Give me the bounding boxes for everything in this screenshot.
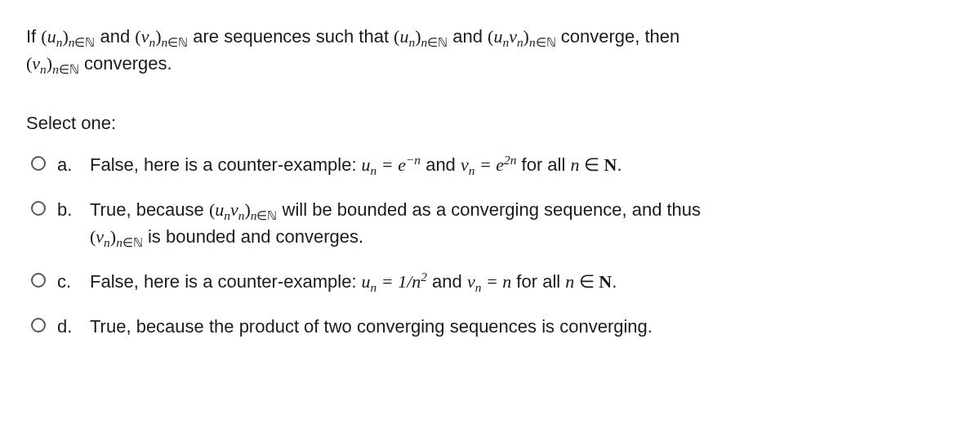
option-d[interactable]: d. True, because the product of two conv…: [31, 313, 954, 340]
text: will be bounded as a converging sequence…: [277, 199, 701, 220]
stem-text: converge, then: [556, 26, 680, 47]
option-body-b: True, because (unvn)n∈ℕ will be bounded …: [90, 196, 954, 250]
math-v-eq-c: vn = n: [467, 271, 511, 292]
text: False, here is a counter-example:: [90, 271, 362, 292]
text: .: [612, 271, 617, 292]
math-u-eq-c: un = 1/n2: [362, 271, 427, 292]
options-list: a. False, here is a counter-example: un …: [26, 151, 954, 340]
select-prompt: Select one:: [26, 109, 954, 136]
math-n-in-N: n ∈ N: [570, 154, 617, 175]
seq-v-1: (vn)n∈ℕ: [135, 26, 188, 47]
stem-text: and: [95, 26, 135, 47]
radio-c[interactable]: [31, 273, 46, 288]
option-body-d: True, because the product of two converg…: [90, 313, 954, 340]
option-c[interactable]: c. False, here is a counter-example: un …: [31, 268, 954, 295]
option-label-a: a.: [54, 151, 82, 178]
option-body-a: False, here is a counter-example: un = e…: [90, 151, 954, 178]
radio-a[interactable]: [31, 156, 46, 171]
text: for all: [516, 154, 570, 175]
seq-v-2: (vn)n∈ℕ: [26, 53, 79, 74]
text: False, here is a counter-example:: [90, 154, 362, 175]
question-stem: If (un)n∈ℕ and (vn)n∈ℕ are sequences suc…: [26, 23, 954, 77]
stem-text: are sequences such that: [188, 26, 394, 47]
option-label-c: c.: [54, 268, 82, 295]
text: .: [617, 154, 621, 175]
option-a[interactable]: a. False, here is a counter-example: un …: [31, 151, 954, 178]
stem-text: converges.: [79, 53, 172, 74]
option-b[interactable]: b. True, because (unvn)n∈ℕ will be bound…: [31, 196, 954, 250]
math-v-eq: vn = e2n: [461, 154, 516, 175]
radio-b[interactable]: [31, 201, 46, 216]
seq-uv-b: (unvn)n∈ℕ: [209, 199, 278, 220]
option-label-b: b.: [54, 196, 82, 223]
stem-text: and: [448, 26, 488, 47]
text: True, because the product of two converg…: [90, 316, 653, 337]
text: for all: [511, 271, 565, 292]
text: is bounded and converges.: [143, 226, 363, 247]
math-n-in-N-c: n ∈ N: [565, 271, 612, 292]
option-label-d: d.: [54, 313, 82, 340]
stem-text: If: [26, 26, 41, 47]
text: True, because: [90, 199, 209, 220]
seq-u-1: (un)n∈ℕ: [41, 26, 95, 47]
seq-v-b: (vn)n∈ℕ: [90, 226, 143, 247]
seq-uv: (unvn)n∈ℕ: [488, 26, 556, 47]
text: and: [427, 271, 467, 292]
seq-u-2: (un)n∈ℕ: [394, 26, 448, 47]
option-body-c: False, here is a counter-example: un = 1…: [90, 268, 954, 295]
math-u-eq: un = e−n: [362, 154, 421, 175]
radio-d[interactable]: [31, 318, 46, 333]
text: and: [421, 154, 461, 175]
